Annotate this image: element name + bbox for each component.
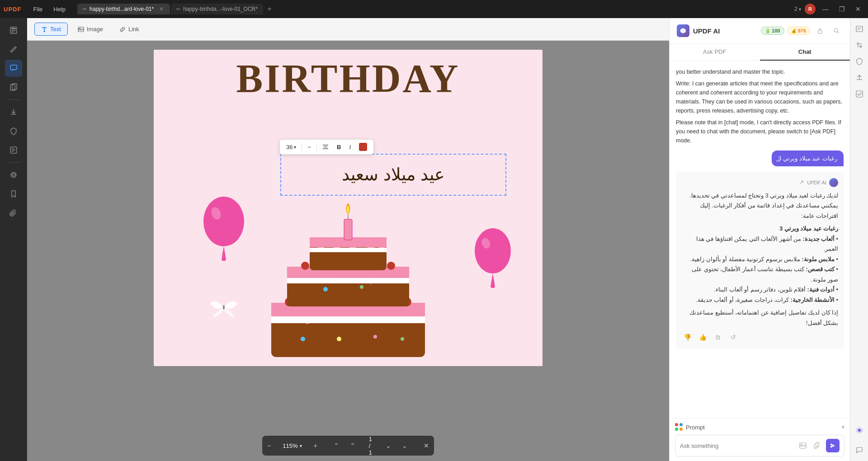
- svg-point-12: [475, 228, 511, 273]
- sidebar-edit-icon[interactable]: [5, 41, 22, 58]
- sidebar-pages-icon[interactable]: [5, 79, 22, 96]
- tab-ask-pdf[interactable]: Ask PDF: [670, 44, 760, 61]
- right-chat-icon[interactable]: [852, 443, 867, 457]
- svg-rect-59: [344, 219, 352, 240]
- copy-response-button[interactable]: ⧉: [712, 332, 724, 343]
- minimize-button[interactable]: —: [819, 3, 832, 15]
- main-area: Text Image Link BI: [0, 18, 868, 461]
- sidebar-thumbnail-icon[interactable]: [5, 22, 22, 39]
- birthday-title: BIRTHDAY: [154, 50, 542, 99]
- ai-label: UPDF AI: [807, 179, 826, 187]
- sidebar-layers-icon[interactable]: [5, 166, 22, 183]
- sidebar-comment-icon[interactable]: [5, 60, 22, 77]
- color-picker-button[interactable]: [356, 141, 370, 152]
- right-check-icon[interactable]: [852, 87, 867, 101]
- svg-rect-67: [818, 30, 822, 33]
- updf-ai-logo: [677, 24, 689, 37]
- window-count[interactable]: 2 ▾: [794, 6, 801, 12]
- ai-response-text: لديك رغبات لعيد ميلاد ويرتي 3 وتحتاج لمس…: [681, 191, 838, 329]
- right-convert-icon[interactable]: [852, 38, 867, 52]
- right-ai-icon[interactable]: [852, 423, 867, 437]
- ai-context-message: you better understand and master the top…: [676, 67, 844, 145]
- image-input-button[interactable]: [797, 440, 809, 452]
- right-ocr-icon[interactable]: [852, 22, 867, 36]
- pdf-canvas[interactable]: BIRTHDAY 36 ▾ − B I: [27, 41, 669, 461]
- svg-rect-4: [10, 65, 17, 70]
- sidebar-export-icon[interactable]: [5, 103, 22, 121]
- tab-1[interactable]: ✏ happy-birthd...ard-love-01* ✕: [77, 4, 170, 14]
- search-header-button[interactable]: [830, 24, 843, 37]
- tab-chat[interactable]: Chat: [760, 44, 850, 61]
- tab-2[interactable]: ✏ happy-birthda...-love-01_OCR*: [171, 4, 263, 14]
- thumbs-up-button[interactable]: 👍: [697, 332, 708, 343]
- italic-button[interactable]: I: [346, 142, 354, 152]
- chat-content[interactable]: you better understand and master the top…: [670, 61, 850, 418]
- expand-response-icon[interactable]: ↗: [799, 177, 804, 188]
- svg-point-66: [401, 337, 404, 341]
- align-button[interactable]: [320, 142, 331, 151]
- menu-help[interactable]: Help: [49, 4, 70, 14]
- bold-button[interactable]: B: [334, 142, 344, 152]
- restore-button[interactable]: ❐: [835, 3, 848, 15]
- prev-page-button[interactable]: ⌃: [331, 440, 342, 451]
- tab1-label: happy-birthd...ard-love-01*: [90, 6, 154, 12]
- edit-toolbar: Text Image Link: [27, 18, 669, 41]
- send-message-button[interactable]: [826, 439, 840, 452]
- arabic-text-content[interactable]: عيد ميلاد سعيد: [288, 159, 499, 190]
- edit-message-icon[interactable]: ✏: [776, 159, 780, 164]
- prompt-area: Prompt ▾: [670, 418, 850, 461]
- app-logo: UPDF: [4, 6, 21, 13]
- tabs-bar: ✏ happy-birthd...ard-love-01* ✕ ✏ happy-…: [77, 4, 794, 14]
- clip-input-button[interactable]: [811, 440, 823, 452]
- sidebar-sign-icon[interactable]: [5, 141, 22, 159]
- pdf-page: BIRTHDAY 36 ▾ − B I: [154, 50, 542, 366]
- prompt-input[interactable]: [680, 442, 793, 449]
- sidebar-protect-icon[interactable]: [5, 122, 22, 140]
- add-tab-button[interactable]: +: [264, 4, 275, 14]
- svg-rect-45: [287, 278, 409, 283]
- battery-badge: 🔋 100: [761, 27, 784, 35]
- font-decrease-button[interactable]: −: [305, 142, 314, 152]
- menu-file[interactable]: File: [28, 4, 47, 14]
- title-bar-controls: 2 ▾ R — ❐ ✕: [794, 3, 864, 15]
- next-page-button-2[interactable]: ⌄: [399, 440, 410, 451]
- text-format-toolbar: 36 ▾ − B I: [279, 139, 374, 155]
- sidebar-divider-1: [7, 99, 20, 100]
- zoom-out-button[interactable]: −: [264, 440, 274, 451]
- right-icon-bar: [850, 18, 868, 461]
- zoom-in-button[interactable]: +: [311, 440, 320, 451]
- image-tool-button[interactable]: Image: [71, 23, 109, 35]
- panel-title: UPDF AI: [693, 27, 757, 35]
- coins-badge: 💰 976: [787, 27, 810, 35]
- svg-point-65: [301, 337, 305, 341]
- arabic-text-box[interactable]: عيد ميلاد سعيد: [280, 154, 506, 196]
- zoom-level-display[interactable]: 115% ▾: [279, 442, 305, 450]
- lock-icon-button[interactable]: [814, 24, 826, 37]
- balloon-right: [470, 226, 515, 285]
- text-tool-button[interactable]: Text: [34, 23, 68, 36]
- thumbs-down-button[interactable]: 👎: [681, 332, 693, 343]
- font-size-selector[interactable]: 36 ▾: [283, 142, 299, 152]
- sidebar-bookmark-icon[interactable]: [5, 185, 22, 202]
- tab1-icon: ✏: [83, 6, 87, 12]
- refresh-response-button[interactable]: ↺: [727, 332, 739, 343]
- prompt-dropdown-icon[interactable]: ▾: [842, 424, 844, 430]
- svg-point-64: [373, 335, 377, 339]
- prompt-header: Prompt ▾: [675, 423, 844, 431]
- link-tool-button[interactable]: Link: [113, 23, 146, 35]
- tab1-close[interactable]: ✕: [158, 6, 165, 12]
- tab2-icon: ✏: [176, 6, 180, 12]
- prev-page-button-2[interactable]: ⌃: [347, 440, 358, 451]
- close-button[interactable]: ✕: [852, 3, 864, 15]
- next-page-button[interactable]: ⌄: [383, 440, 394, 451]
- prompt-dots-icon: [675, 423, 683, 431]
- text-tool-label: Text: [50, 26, 61, 33]
- user-avatar[interactable]: R: [805, 4, 816, 14]
- right-protect-icon[interactable]: [852, 54, 867, 69]
- badge-group: 🔋 100 💰 976: [761, 27, 810, 35]
- sidebar-attachment-icon[interactable]: [5, 204, 22, 221]
- svg-rect-2: [11, 30, 16, 31]
- zoom-bar-close-button[interactable]: ✕: [421, 440, 432, 451]
- svg-rect-1: [11, 28, 16, 29]
- right-upload-icon[interactable]: [852, 71, 867, 85]
